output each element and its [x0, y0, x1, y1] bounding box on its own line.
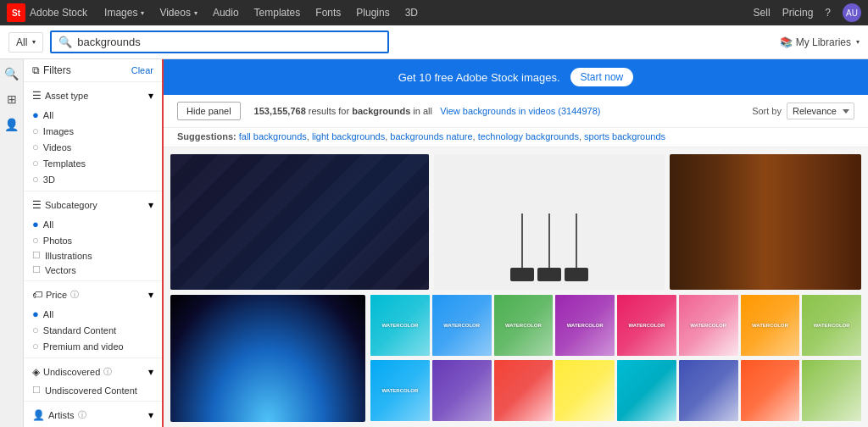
subcategory-options: ● All ○ Photos ☐ Illustrations ☐ Vectors	[32, 218, 153, 275]
sort-label: Sort by	[752, 106, 782, 116]
subcategory-all[interactable]: ● All	[32, 218, 153, 230]
price-all[interactable]: ● All	[32, 308, 153, 320]
undiscovered-options: ☐ Undiscovered Content	[32, 385, 153, 396]
watercolor-item[interactable]: WATERCOLOR	[617, 295, 676, 356]
filter-section-subcategory-header[interactable]: ☰ Subcategory ▾	[32, 197, 153, 214]
filter-section-subcategory: ☰ Subcategory ▾ ● All ○ Photos ☐ Illustr…	[24, 191, 162, 281]
price-label: Price	[46, 290, 67, 300]
help-icon[interactable]: ?	[825, 7, 831, 19]
start-now-button[interactable]: Start now	[570, 68, 634, 86]
watercolor-item[interactable]: WATERCOLOR	[494, 295, 554, 356]
suggestion-light-backgrounds[interactable]: light backgrounds	[312, 131, 385, 141]
my-libraries-button[interactable]: 📚 My Libraries ▾	[780, 36, 860, 48]
watercolor-item[interactable]	[432, 360, 492, 421]
sidebar-icon-search[interactable]: 🔍	[3, 64, 21, 83]
hide-panel-button[interactable]: Hide panel	[177, 102, 241, 120]
asset-type-all[interactable]: ● All	[32, 108, 153, 121]
nav-images[interactable]: Images ▾	[97, 7, 151, 19]
search-bar: All ▾ 🔍 📚 My Libraries ▾	[0, 25, 868, 59]
image-item[interactable]	[170, 295, 365, 422]
search-input[interactable]	[77, 36, 381, 48]
undiscovered-info-icon[interactable]: ⓘ	[103, 366, 112, 378]
image-item[interactable]	[670, 154, 861, 290]
adobe-stock-logo[interactable]: St	[7, 3, 25, 22]
image-item[interactable]	[434, 154, 665, 290]
watercolor-item[interactable]	[494, 360, 554, 421]
sidebar-icon-person[interactable]: 👤	[3, 115, 21, 134]
undiscovered-icon: ◈	[32, 366, 40, 378]
suggestions-label: Suggestions:	[177, 131, 239, 141]
asset-type-images[interactable]: ○ Images	[32, 125, 153, 137]
asset-type-3d[interactable]: ○ 3D	[32, 173, 153, 186]
watercolor-item[interactable]: WATERCOLOR	[679, 295, 738, 356]
image-item[interactable]	[170, 154, 429, 290]
artists-chevron-icon: ▾	[148, 409, 153, 421]
lamp-decoration	[576, 214, 577, 281]
watercolor-item[interactable]: WATERCOLOR	[555, 295, 615, 356]
watercolor-item[interactable]	[741, 360, 800, 421]
filter-section-undiscovered-header[interactable]: ◈ Undiscovered ⓘ ▾	[32, 363, 153, 380]
nav-right: Sell Pricing ? AU	[754, 3, 861, 22]
filter-section-asset-type-header[interactable]: ☰ Asset type ▾	[32, 87, 153, 104]
nav-videos[interactable]: Videos ▾	[153, 7, 203, 19]
watercolor-item[interactable]: WATERCOLOR	[432, 295, 492, 356]
subcategory-vectors[interactable]: ☐ Vectors	[32, 264, 153, 275]
subcategory-illustrations[interactable]: ☐ Illustrations	[32, 250, 153, 261]
watercolor-item[interactable]	[679, 360, 738, 421]
watercolor-item[interactable]	[802, 360, 861, 421]
suggestion-sports-backgrounds[interactable]: sports backgrounds	[584, 131, 665, 141]
filter-section-asset-type: ☰ Asset type ▾ ● All ○ Images ○ Videos ○…	[24, 82, 162, 191]
sidebar-icon-grid[interactable]: ⊞	[3, 90, 21, 108]
subcategory-photos[interactable]: ○ Photos	[32, 234, 153, 247]
filter-section-price: 🏷 Price ⓘ ▾ ● All ○ Standard Content ○ P…	[24, 281, 162, 358]
watercolor-item[interactable]	[555, 360, 615, 421]
asset-type-templates[interactable]: ○ Templates	[32, 157, 153, 169]
artists-info-icon[interactable]: ⓘ	[78, 409, 86, 421]
pricing-link[interactable]: Pricing	[782, 7, 814, 19]
nav-links: Images ▾ Videos ▾ Audio Templates Fonts …	[97, 7, 425, 19]
results-header: Hide panel 153,155,768 results for backg…	[164, 95, 868, 128]
undiscovered-content[interactable]: ☐ Undiscovered Content	[32, 385, 153, 396]
video-results-link[interactable]: View backgrounds in videos (3144978)	[440, 106, 600, 116]
price-premium[interactable]: ○ Premium and video	[32, 340, 153, 352]
artists-icon: 👤	[32, 409, 45, 421]
nav-3d[interactable]: 3D	[398, 7, 425, 19]
watercolor-item[interactable]: WATERCOLOR	[741, 295, 800, 356]
suggestions-bar: Suggestions: fall backgrounds, light bac…	[164, 128, 868, 147]
price-icon: 🏷	[32, 289, 42, 301]
user-avatar[interactable]: AU	[843, 3, 861, 22]
price-info-icon[interactable]: ⓘ	[70, 289, 79, 301]
sell-link[interactable]: Sell	[754, 7, 771, 19]
scope-chevron-icon: ▾	[32, 38, 36, 46]
nav-audio[interactable]: Audio	[206, 7, 246, 19]
filters-icon: ⧉	[32, 64, 40, 76]
libraries-chevron-icon: ▾	[856, 38, 860, 46]
search-input-wrap: 🔍	[50, 30, 389, 53]
watercolor-item[interactable]: WATERCOLOR	[370, 295, 430, 356]
image-row-1	[170, 154, 861, 290]
subcategory-chevron-icon: ▾	[148, 199, 153, 211]
nav-templates[interactable]: Templates	[248, 7, 308, 19]
price-standard[interactable]: ○ Standard Content	[32, 324, 153, 336]
suggestion-technology-backgrounds[interactable]: technology backgrounds	[478, 131, 579, 141]
search-scope-select[interactable]: All ▾	[8, 32, 43, 53]
filter-section-price-header[interactable]: 🏷 Price ⓘ ▾	[32, 286, 153, 303]
brand-name: Adobe Stock	[30, 7, 87, 19]
subcategory-icon: ☰	[32, 199, 42, 211]
nav-fonts[interactable]: Fonts	[309, 7, 348, 19]
suggestion-backgrounds-nature[interactable]: backgrounds nature	[390, 131, 472, 141]
filter-section-artists: 👤 Artists ⓘ ▾ ☐ Local Artists	[24, 402, 162, 427]
watercolor-item[interactable]	[617, 360, 676, 421]
results-count: 153,155,768	[254, 106, 306, 116]
suggestion-fall-backgrounds[interactable]: fall backgrounds	[239, 131, 307, 141]
nav-plugins[interactable]: Plugins	[349, 7, 396, 19]
watercolor-item[interactable]: WATERCOLOR	[802, 295, 861, 356]
filter-section-artists-header[interactable]: 👤 Artists ⓘ ▾	[32, 407, 153, 424]
asset-type-icon: ☰	[32, 90, 42, 102]
watercolor-item[interactable]: WATERCOLOR	[370, 360, 430, 421]
sort-select[interactable]: Relevance Newest Popular	[787, 103, 854, 119]
filters-panel: ⧉ Filters Clear ☰ Asset type ▾ ● All ○ I…	[24, 59, 164, 427]
lamp-decoration	[548, 214, 550, 281]
filters-clear-button[interactable]: Clear	[131, 65, 153, 75]
asset-type-videos[interactable]: ○ Videos	[32, 141, 153, 153]
